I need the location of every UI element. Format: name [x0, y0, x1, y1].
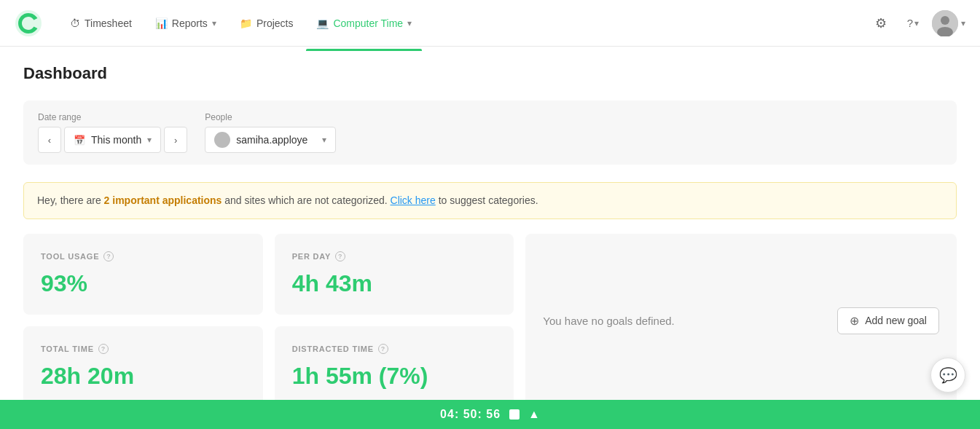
per-day-value: 4h 43m: [292, 270, 497, 297]
chat-button[interactable]: 💬: [930, 358, 965, 393]
cards-grid: TOOL USAGE ? 93% PER DAY ? 4h 43m You ha…: [23, 234, 957, 407]
expand-icon[interactable]: ▲: [528, 408, 540, 421]
total-time-value: 28h 20m: [41, 363, 246, 390]
date-range-group: Date range ‹ 📅 This month ▾ ›: [38, 112, 187, 153]
computer-time-label: Computer Time: [333, 17, 403, 29]
settings-button[interactable]: ⚙: [868, 10, 894, 36]
user-chevron-icon: ▾: [961, 18, 965, 28]
svg-point-2: [941, 16, 949, 25]
selected-month: This month: [91, 134, 141, 146]
calendar-icon: 📅: [74, 135, 85, 146]
alert-suffix: to suggest categories.: [439, 194, 538, 206]
timesheet-label: Timesheet: [85, 17, 132, 29]
help-icon: ?: [907, 17, 913, 29]
alert-banner: Hey, there are 2 important applications …: [23, 182, 957, 219]
date-nav: ‹ 📅 This month ▾ ›: [38, 127, 187, 153]
person-avatar: [214, 132, 230, 148]
user-menu[interactable]: ▾: [932, 10, 965, 36]
date-range-label: Date range: [38, 112, 187, 122]
add-goal-button[interactable]: ⊕ Add new goal: [837, 307, 939, 334]
projects-label: Projects: [256, 17, 294, 29]
nav-item-reports[interactable]: 📊 Reports ▾: [145, 12, 227, 35]
goals-card: You have no goals defined. ⊕ Add new goa…: [525, 234, 957, 407]
plus-circle-icon: ⊕: [850, 314, 859, 328]
next-month-button[interactable]: ›: [164, 127, 187, 153]
help-button[interactable]: ? ▾: [900, 10, 926, 36]
tool-usage-card: TOOL USAGE ? 93%: [23, 234, 263, 315]
nav-item-computer-time[interactable]: 💻 Computer Time ▾: [306, 12, 422, 35]
help-chevron-icon: ▾: [914, 18, 919, 28]
per-day-label: PER DAY ?: [292, 251, 497, 261]
people-group: People samiha.apploye ▾: [205, 112, 336, 153]
goals-empty-text: You have no goals defined.: [543, 315, 674, 327]
total-time-label: TOTAL TIME ?: [41, 344, 246, 354]
timesheet-icon: ⏱: [70, 17, 80, 29]
month-chevron-icon: ▾: [147, 135, 152, 145]
nav-item-projects[interactable]: 📁 Projects: [230, 12, 304, 35]
computer-time-icon: 💻: [316, 17, 329, 29]
total-time-help-icon[interactable]: ?: [98, 344, 109, 354]
people-selector[interactable]: samiha.apploye ▾: [205, 127, 336, 153]
timer-display: 04: 50: 56: [440, 408, 501, 421]
filter-bar: Date range ‹ 📅 This month ▾ › People sam…: [23, 101, 957, 165]
nav-right: ⚙ ? ▾ ▾: [868, 10, 965, 36]
people-label: People: [205, 112, 336, 122]
bottom-bar: 04: 50: 56 ▲: [0, 400, 980, 425]
person-chevron-icon: ▾: [322, 135, 326, 145]
distracted-time-help-icon[interactable]: ?: [378, 344, 388, 354]
distracted-time-label: DISTRACTED TIME ?: [292, 344, 497, 354]
avatar: [932, 10, 958, 36]
distracted-time-value: 1h 55m (7%): [292, 363, 497, 390]
month-selector[interactable]: 📅 This month ▾: [64, 127, 161, 153]
prev-month-button[interactable]: ‹: [38, 127, 61, 153]
alert-middle: and sites which are not categorized.: [224, 194, 390, 206]
page-content: Dashboard Date range ‹ 📅 This month ▾ › …: [0, 47, 980, 425]
reports-label: Reports: [172, 17, 208, 29]
tool-usage-value: 93%: [41, 270, 246, 297]
selected-person: samiha.apploye: [236, 134, 307, 146]
distracted-time-card: DISTRACTED TIME ? 1h 55m (7%): [275, 326, 514, 407]
navbar: ⏱ Timesheet 📊 Reports ▾ 📁 Projects 💻 Com…: [0, 0, 980, 47]
computer-time-chevron-icon: ▾: [407, 18, 412, 28]
chat-icon: 💬: [939, 366, 957, 384]
timer-stop-icon[interactable]: [509, 409, 520, 420]
total-time-card: TOTAL TIME ? 28h 20m: [23, 326, 263, 407]
tool-usage-label: TOOL USAGE ?: [41, 251, 246, 261]
tool-usage-help-icon[interactable]: ?: [103, 251, 114, 261]
alert-highlight: 2 important applications: [104, 194, 222, 206]
nav-item-timesheet[interactable]: ⏱ Timesheet: [60, 12, 142, 35]
gear-icon: ⚙: [875, 15, 887, 31]
app-logo[interactable]: [15, 9, 42, 37]
alert-prefix: Hey, there are: [37, 194, 104, 206]
page-title: Dashboard: [23, 64, 957, 83]
reports-chevron-icon: ▾: [212, 18, 216, 28]
nav-links: ⏱ Timesheet 📊 Reports ▾ 📁 Projects 💻 Com…: [60, 12, 862, 35]
per-day-card: PER DAY ? 4h 43m: [275, 234, 514, 315]
per-day-help-icon[interactable]: ?: [335, 251, 345, 261]
projects-icon: 📁: [240, 17, 252, 29]
reports-icon: 📊: [155, 17, 168, 29]
alert-link[interactable]: Click here: [391, 194, 436, 206]
